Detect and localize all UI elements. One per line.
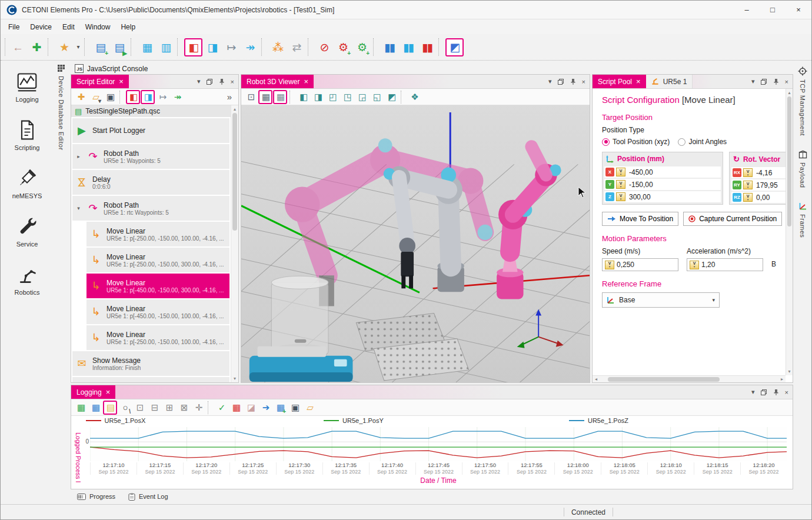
device-list-icon[interactable]: ▥: [157, 38, 175, 56]
sidebar-item-scripting[interactable]: Scripting: [1, 119, 54, 151]
tab-progress[interactable]: Progress: [77, 493, 115, 500]
close-tab-icon[interactable]: ×: [636, 78, 641, 85]
menu-item[interactable]: Window: [80, 21, 116, 33]
save-script-icon[interactable]: ▣: [103, 90, 117, 104]
step-over-icon[interactable]: ↦: [155, 90, 169, 104]
variable-dropdown[interactable]: V▾: [616, 168, 625, 176]
axis-value[interactable]: 0,00: [754, 194, 770, 202]
legend-item[interactable]: UR5e_1.PosY: [324, 417, 384, 424]
pin-panel-icon[interactable]: [773, 389, 780, 396]
device-view-icon[interactable]: ▦: [138, 38, 156, 56]
view-top-icon[interactable]: ◲: [355, 90, 369, 104]
footsteps-icon[interactable]: ⁂: [268, 38, 287, 56]
script-step-row[interactable]: ↳ Move Linear UR5e 1: p[-250.00, -150.00…: [86, 248, 229, 272]
view-iso-icon[interactable]: ◩: [384, 90, 398, 104]
open-log-icon[interactable]: ▱: [302, 401, 317, 415]
maximize-button[interactable]: □: [760, 1, 786, 19]
script-run-icon[interactable]: ↠: [241, 38, 259, 56]
close-tab-icon[interactable]: ×: [304, 78, 309, 85]
chart-settings-icon[interactable]: ▦: [88, 401, 102, 415]
script-step-row[interactable]: ▾ ↷ Robot Path UR5e 1: rtc Waypoints: 5: [72, 196, 229, 221]
view-back-icon[interactable]: ◨: [311, 90, 325, 104]
scroll-left-icon[interactable]: ◂: [593, 376, 600, 382]
eraser-icon[interactable]: ◪: [244, 401, 258, 415]
panel-menu-icon[interactable]: ▾: [751, 388, 755, 396]
add-module-green-icon[interactable]: ⚙ +: [352, 38, 371, 56]
toolbar-overflow-icon[interactable]: »: [222, 90, 236, 104]
close-panel-icon[interactable]: ×: [785, 389, 788, 396]
projection-icon[interactable]: ▦: [258, 90, 272, 104]
zoom-y-icon[interactable]: ⊞: [162, 401, 176, 415]
variable-dropdown[interactable]: V▾: [743, 181, 753, 189]
tree-expander-icon[interactable]: ▾: [75, 205, 82, 211]
sidebar-item-service[interactable]: Service: [1, 216, 54, 248]
step-into-icon[interactable]: ↠: [170, 90, 184, 104]
panel-menu-icon[interactable]: ▾: [751, 78, 755, 85]
tab-event-log[interactable]: Event Log: [128, 493, 168, 501]
script-editor-scrollbar[interactable]: ▴ ▾: [231, 105, 238, 382]
scroll-up-icon[interactable]: ▴: [788, 89, 790, 96]
legend-item[interactable]: UR5e_1.PosZ: [569, 417, 628, 424]
script-step-row[interactable]: ↳ Move Linear UR5e 1: p[-450.00, -150.00…: [86, 274, 229, 298]
export-icon[interactable]: ➔: [258, 401, 272, 415]
script-step-row[interactable]: ▸ ↷ Robot Path UR5e 1: Waypoints: 5: [72, 144, 229, 169]
close-panel-icon[interactable]: ×: [231, 78, 234, 85]
script-pause-icon[interactable]: ◨: [203, 38, 221, 56]
viewer-3d-icon[interactable]: ◩: [445, 38, 464, 56]
scroll-down-icon[interactable]: ▾: [234, 375, 236, 382]
script-step-row[interactable]: ▶ Start Plot Logger: [72, 118, 229, 143]
add-step-icon[interactable]: ✚: [74, 90, 88, 104]
device-database-editor-tab[interactable]: Device Database Editor: [54, 61, 69, 504]
menu-item[interactable]: Help: [115, 21, 141, 33]
scrollbar-thumb[interactable]: [787, 96, 791, 226]
add-module-red-icon[interactable]: ⚙ +: [334, 38, 352, 56]
script-step-row[interactable]: ■ Stop Plot Logger: [72, 377, 229, 382]
scroll-right-icon[interactable]: ▸: [778, 376, 786, 382]
tab-robot-3d-viewer[interactable]: Robot 3D Viewer ×: [241, 75, 314, 88]
variable-dropdown[interactable]: V▾: [616, 180, 625, 189]
panel-menu-icon[interactable]: ▾: [197, 78, 201, 85]
pin-panel-icon[interactable]: [570, 78, 577, 85]
view-right-icon[interactable]: ◳: [340, 90, 354, 104]
tab-tcp-management[interactable]: TCP Management: [798, 66, 807, 136]
tab-javascript-console[interactable]: JS JavaScript Console: [71, 62, 155, 75]
start-process-icon[interactable]: ▤ ▶: [110, 38, 128, 56]
minimize-button[interactable]: –: [734, 1, 760, 19]
apply-icon[interactable]: ✓: [214, 401, 228, 415]
menu-item[interactable]: File: [3, 21, 25, 33]
view-fit-icon[interactable]: ⊡: [244, 90, 258, 104]
wizard-dropdown-icon[interactable]: ▾: [74, 38, 82, 56]
menu-item[interactable]: Device: [25, 21, 57, 33]
script-pool-hscrollbar[interactable]: ◂ ▸: [593, 375, 786, 382]
tab-script-editor[interactable]: Script Editor ×: [71, 75, 129, 88]
scroll-up-icon[interactable]: ▴: [234, 105, 236, 113]
add-device-icon[interactable]: ✚: [27, 38, 45, 56]
pan-icon[interactable]: ⊠: [177, 401, 191, 415]
pin-panel-icon[interactable]: [218, 78, 225, 85]
wizard-icon[interactable]: ★: [55, 38, 73, 56]
close-tab-icon[interactable]: ×: [106, 388, 111, 396]
tree-expander-icon[interactable]: ▸: [75, 154, 82, 159]
view-left-icon[interactable]: ◰: [325, 90, 340, 104]
tab-payload[interactable]: Payload: [798, 150, 807, 188]
fill-level-icon[interactable]: ▮▮: [380, 38, 398, 56]
capture-current-position-button[interactable]: Capture Current Position: [683, 212, 782, 226]
script-stop-icon[interactable]: ◧: [184, 38, 202, 56]
script-step-row[interactable]: ⋈ Delay 0:0:6:0: [72, 170, 229, 195]
save-log-icon[interactable]: ▣: [288, 401, 302, 415]
zoom-region-icon[interactable]: ⊡: [132, 401, 147, 415]
tab-logging[interactable]: Logging ×: [71, 385, 115, 399]
pin-panel-icon[interactable]: [773, 78, 780, 85]
stop-script-icon[interactable]: ◧: [126, 90, 140, 104]
sidebar-item-nemesys[interactable]: neMESYS: [1, 168, 54, 199]
table-export-icon[interactable]: ▦ +: [273, 401, 287, 415]
menu-item[interactable]: Edit: [57, 21, 80, 33]
script-step-row[interactable]: ↳ Move Linear UR5e 1: p[-450.00, -150.00…: [86, 299, 229, 324]
open-script-icon[interactable]: ▱ ▾: [88, 90, 102, 104]
pause-script-icon[interactable]: ◨: [141, 90, 155, 104]
script-step-row[interactable]: ↳ Move Linear UR5e 1: p[-250.00, -150.00…: [86, 222, 229, 246]
sidebar-item-robotics[interactable]: Robotics: [1, 264, 54, 296]
scene-objects-icon[interactable]: ❖: [407, 90, 421, 104]
script-step-icon[interactable]: ↦: [222, 38, 240, 56]
tab-frames[interactable]: Frames: [798, 202, 807, 238]
